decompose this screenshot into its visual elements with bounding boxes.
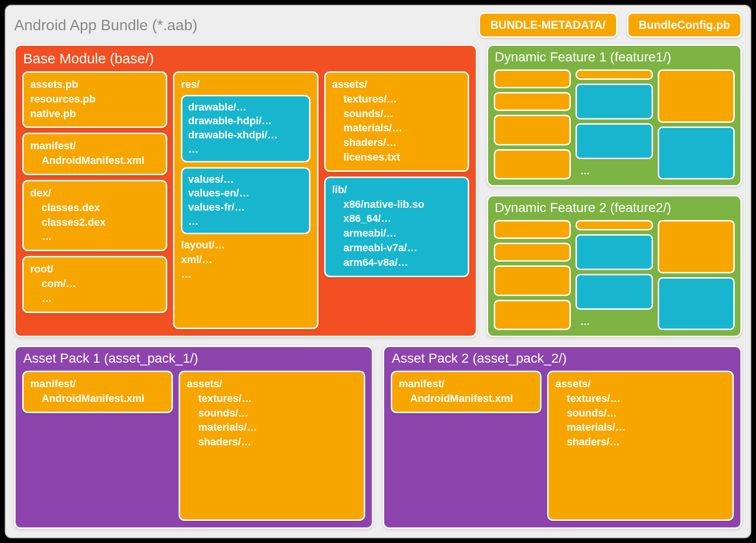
ellipsis-label: … xyxy=(576,163,653,179)
file-label: sounds/… xyxy=(332,107,461,121)
stub-block xyxy=(576,234,653,270)
file-label: xml/… xyxy=(181,253,310,267)
file-label: … xyxy=(181,267,310,282)
file-label: classes2.dex xyxy=(30,215,159,230)
dex-card: dex/ classes.dex classes2.dex … xyxy=(22,180,167,251)
asset-pack-2: Asset Pack 2 (asset_pack_2/) manifest/ A… xyxy=(383,346,742,529)
bundle-config-chip: BundleConfig.pb xyxy=(627,12,742,38)
file-label: armeabi-v7a/… xyxy=(332,241,461,255)
dynamic-feature-2: Dynamic Feature 2 (feature2/) … xyxy=(487,195,742,337)
file-label: licenses.txt xyxy=(332,150,461,165)
stub-block xyxy=(494,69,571,88)
file-label: values-fr/… xyxy=(188,200,303,214)
file-label: shaders/… xyxy=(187,435,357,450)
ap2-title: Asset Pack 2 (asset_pack_2/) xyxy=(391,351,734,366)
file-label: … xyxy=(30,291,159,306)
stub-block xyxy=(576,123,653,159)
base-col-2: res/ drawable/… drawable-hdpi/… drawable… xyxy=(173,71,318,329)
stub-block xyxy=(658,127,735,180)
file-label: … xyxy=(188,214,303,229)
file-label: materials/… xyxy=(555,420,726,435)
dir-label: manifest/ xyxy=(30,377,165,391)
ap2-assets-card: assets/ textures/… sounds/… materials/… … xyxy=(547,371,734,521)
drawable-subcard: drawable/… drawable-hdpi/… drawable-xhdp… xyxy=(181,95,310,162)
base-col-1: assets.pb resources.pb native.pb manifes… xyxy=(22,71,167,329)
dynamic-features-column: Dynamic Feature 1 (feature1/) … xyxy=(487,44,742,337)
file-label: values-en/… xyxy=(188,186,303,200)
mid-row: Base Module (base/) assets.pb resources.… xyxy=(14,44,742,337)
file-label: sounds/… xyxy=(555,406,726,421)
header-row: Android App Bundle (*.aab) BUNDLE-METADA… xyxy=(14,12,742,38)
file-label: textures/… xyxy=(555,391,726,406)
stub-block xyxy=(576,274,653,310)
pb-file: resources.pb xyxy=(30,92,159,107)
stub-block xyxy=(658,277,735,331)
file-label: x86_64/… xyxy=(332,212,461,226)
file-label: drawable-xhdpi/… xyxy=(188,128,303,142)
res-card: res/ drawable/… drawable-hdpi/… drawable… xyxy=(173,71,318,329)
values-subcard: values/… values-en/… values-fr/… … xyxy=(181,167,310,235)
dir-label: assets/ xyxy=(332,77,461,92)
stub-block xyxy=(658,220,735,273)
file-label: x86/native-lib.so xyxy=(332,197,461,212)
dir-label: res/ xyxy=(181,77,310,92)
stub-block xyxy=(494,300,571,331)
pb-files-card: assets.pb resources.pb native.pb xyxy=(22,71,167,128)
file-label: textures/… xyxy=(187,391,357,406)
bundle-metadata-chip: BUNDLE-METADATA/ xyxy=(479,12,618,38)
stub-block xyxy=(494,220,571,239)
base-module: Base Module (base/) assets.pb resources.… xyxy=(14,44,477,337)
file-label: sounds/… xyxy=(187,406,357,421)
diagram-title: Android App Bundle (*.aab) xyxy=(14,17,198,34)
dir-label: assets/ xyxy=(555,377,726,391)
file-label: materials/… xyxy=(332,121,461,136)
dynamic-feature-1: Dynamic Feature 1 (feature1/) … xyxy=(487,44,742,187)
dir-label: manifest/ xyxy=(399,377,533,391)
asset-packs-row: Asset Pack 1 (asset_pack_1/) manifest/ A… xyxy=(14,346,742,529)
manifest-card: manifest/ AndroidManifest.xml xyxy=(22,133,167,175)
file-label: shaders/… xyxy=(555,435,726,450)
ap1-manifest-card: manifest/ AndroidManifest.xml xyxy=(22,371,173,413)
pb-file: native.pb xyxy=(30,107,159,121)
file-label: armeabi/… xyxy=(332,226,461,241)
ellipsis-label: … xyxy=(576,314,653,330)
base-module-title: Base Module (base/) xyxy=(22,51,469,67)
file-label: classes.dex xyxy=(30,201,159,215)
stub-block xyxy=(494,265,571,296)
ap2-manifest-card: manifest/ AndroidManifest.xml xyxy=(391,371,541,413)
stub-block xyxy=(576,84,653,119)
stub-block xyxy=(494,92,571,111)
dir-label: assets/ xyxy=(187,377,357,391)
ap1-assets-card: assets/ textures/… sounds/… materials/… … xyxy=(179,371,365,521)
base-col-3: assets/ textures/… sounds/… materials/… … xyxy=(324,71,469,329)
file-label: values/… xyxy=(188,172,303,187)
stub-block xyxy=(494,243,571,262)
file-label: drawable/… xyxy=(188,100,303,114)
ap1-title: Asset Pack 1 (asset_pack_1/) xyxy=(22,351,365,366)
dyn1-title: Dynamic Feature 1 (feature1/) xyxy=(494,50,735,65)
pb-file: assets.pb xyxy=(30,77,159,92)
lib-card: lib/ x86/native-lib.so x86_64/… armeabi/… xyxy=(324,177,469,277)
file-label: AndroidManifest.xml xyxy=(30,391,165,406)
file-label: … xyxy=(188,142,303,156)
file-label: com/… xyxy=(30,277,159,291)
stub-block xyxy=(576,69,653,80)
dir-label: root/ xyxy=(30,262,159,277)
file-label: AndroidManifest.xml xyxy=(30,153,159,168)
file-label: layout/… xyxy=(181,238,310,253)
file-label: … xyxy=(30,229,159,244)
file-label: AndroidManifest.xml xyxy=(399,391,533,406)
file-label: materials/… xyxy=(187,420,357,435)
stub-block xyxy=(494,149,571,180)
file-label: arm64-v8a/… xyxy=(332,255,461,270)
file-label: shaders/… xyxy=(332,136,461,150)
dir-label: lib/ xyxy=(332,183,461,197)
dir-label: dex/ xyxy=(30,186,159,201)
stub-block xyxy=(658,69,735,123)
file-label: drawable-hdpi/… xyxy=(188,114,303,128)
dyn2-title: Dynamic Feature 2 (feature2/) xyxy=(494,200,735,215)
dir-label: manifest/ xyxy=(30,139,159,153)
assets-card: assets/ textures/… sounds/… materials/… … xyxy=(324,71,469,172)
file-label: textures/… xyxy=(332,92,461,107)
asset-pack-1: Asset Pack 1 (asset_pack_1/) manifest/ A… xyxy=(14,346,373,529)
